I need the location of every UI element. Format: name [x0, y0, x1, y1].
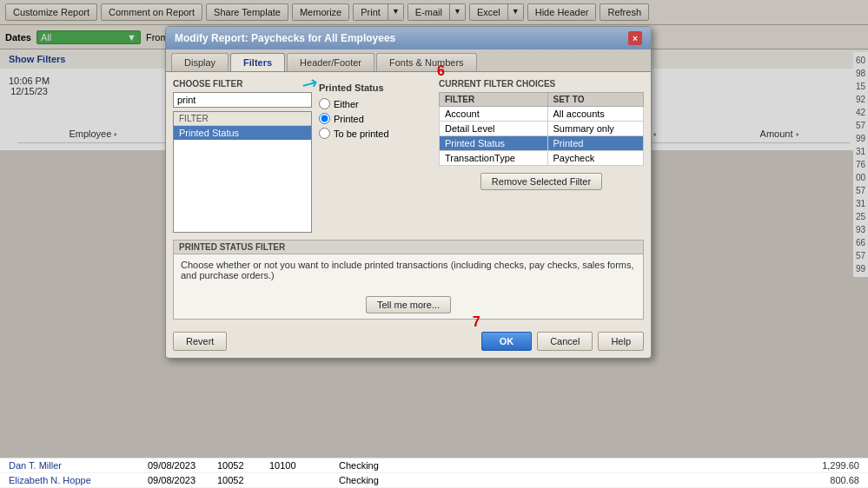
filter-account-value: All accounts: [547, 107, 643, 122]
radio-to-be-printed-label: To be printed: [334, 129, 389, 139]
ok-button[interactable]: OK: [481, 332, 533, 351]
row1-amount: 1,299.60: [417, 460, 859, 471]
set-to-col-header: SET TO: [547, 93, 643, 107]
filter-list-item-empty-3[interactable]: [174, 168, 311, 181]
modal-title: Modify Report: Paychecks for All Employe…: [175, 32, 395, 44]
radio-printed-label: Printed: [334, 114, 364, 124]
tab-fonts-numbers[interactable]: Fonts & Numbers: [376, 53, 477, 71]
filter-desc-label: PRINTED STATUS FILTER: [173, 240, 644, 254]
tab-filters[interactable]: Filters: [230, 53, 285, 71]
row1-employee: Dan T. Miller: [9, 460, 148, 471]
filter-row-account[interactable]: Account All accounts: [440, 107, 644, 122]
filter-left-panel: CHOOSE FILTER FILTER Printed Status: [173, 79, 312, 233]
ok-area: 7 OK: [481, 332, 533, 351]
row1-account: Checking: [339, 460, 417, 471]
filter-printed-value: Printed: [547, 136, 643, 151]
filter-detail-name: Detail Level: [440, 122, 548, 136]
help-button[interactable]: Help: [598, 332, 644, 351]
filter-middle-panel: ↗ Printed Status Either Printed To be pr…: [319, 79, 432, 233]
filter-transaction-name: TransactionType: [440, 151, 548, 166]
filter-list-item-empty-1[interactable]: [174, 140, 311, 154]
table-row: Dan T. Miller 09/08/2023 10052 10100 Che…: [0, 458, 868, 473]
filter-desc-box: Choose whether or not you want to includ…: [173, 254, 644, 320]
step6-badge: 6: [437, 63, 445, 79]
filter-table: FILTER SET TO Account All accounts Detai…: [439, 92, 644, 166]
bottom-data: Dan T. Miller 09/08/2023 10052 10100 Che…: [0, 458, 868, 488]
remove-selected-filter-button[interactable]: Remove Selected Filter: [480, 173, 602, 190]
modal-title-bar: Modify Report: Paychecks for All Employe…: [166, 27, 651, 49]
radio-printed-input[interactable]: [319, 113, 330, 124]
current-filter-title: CURRENT FILTER CHOICES: [439, 79, 644, 89]
tell-me-more-button[interactable]: Tell me more...: [366, 296, 451, 313]
radio-either-label: Either: [334, 99, 359, 109]
modify-report-modal: Modify Report: Paychecks for All Employe…: [165, 26, 652, 359]
radio-either-input[interactable]: [319, 98, 330, 109]
row1-date: 09/08/2023: [148, 460, 217, 471]
filter-desc-text: Choose whether or not you want to includ…: [181, 260, 634, 280]
filter-right-panel: CURRENT FILTER CHOICES FILTER SET TO Acc…: [439, 79, 644, 233]
radio-printed[interactable]: Printed: [319, 113, 432, 124]
filter-detail-value: Summary only: [547, 122, 643, 136]
filter-row-detail-level[interactable]: Detail Level Summary only: [440, 122, 644, 136]
filter-row-printed-status[interactable]: Printed Status Printed: [440, 136, 644, 151]
row2-employee: Elizabeth N. Hoppe: [9, 475, 148, 485]
modal-overlay: Modify Report: Paychecks for All Employe…: [0, 0, 868, 488]
choose-filter-label: CHOOSE FILTER: [173, 79, 312, 89]
row2-date: 09/08/2023: [148, 475, 217, 485]
filter-list-item-empty-2[interactable]: [174, 154, 311, 168]
row1-num: 10052: [217, 460, 269, 471]
row2-account: Checking: [339, 475, 417, 485]
filter-list: FILTER Printed Status: [173, 111, 312, 233]
tab-display[interactable]: Display: [171, 53, 229, 71]
filter-row-transaction-type[interactable]: TransactionType Paycheck: [440, 151, 644, 166]
row2-num: 10052: [217, 475, 269, 485]
radio-to-be-printed[interactable]: To be printed: [319, 128, 432, 139]
filter-list-item-printed-status[interactable]: Printed Status: [174, 126, 311, 140]
cancel-button[interactable]: Cancel: [537, 332, 593, 351]
filter-transaction-value: Paycheck: [547, 151, 643, 166]
row1-memo: 10100: [269, 460, 339, 471]
modal-close-button[interactable]: ×: [628, 31, 642, 45]
filter-desc-section: PRINTED STATUS FILTER Choose whether or …: [173, 240, 644, 320]
filter-search-input[interactable]: [173, 92, 312, 108]
filter-list-header: FILTER: [174, 112, 311, 126]
filter-printed-name: Printed Status: [440, 136, 548, 151]
filter-col-header: FILTER: [440, 93, 548, 107]
radio-either[interactable]: Either: [319, 98, 432, 109]
radio-group-label: Printed Status: [319, 82, 432, 93]
filter-list-item-empty-4[interactable]: [174, 181, 311, 195]
row2-memo: [269, 475, 339, 485]
modal-tabs: Display Filters Header/Footer Fonts & Nu…: [166, 49, 651, 72]
row2-amount: 800.68: [417, 475, 859, 485]
filter-account-name: Account: [440, 107, 548, 122]
modal-body: CHOOSE FILTER FILTER Printed Status ↗ Pr…: [166, 72, 651, 240]
step7-badge: 7: [473, 314, 480, 330]
revert-button[interactable]: Revert: [173, 332, 227, 351]
modal-footer: Revert 7 OK Cancel Help: [166, 326, 651, 358]
tab-header-footer[interactable]: Header/Footer: [287, 53, 374, 71]
table-row: Elizabeth N. Hoppe 09/08/2023 10052 Chec…: [0, 473, 868, 488]
radio-to-be-printed-input[interactable]: [319, 128, 330, 139]
